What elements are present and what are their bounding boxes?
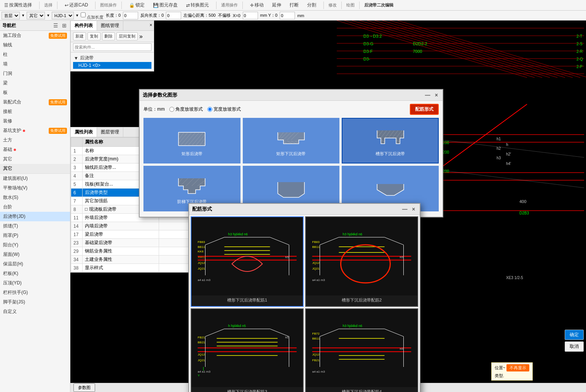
row-num: 4	[71, 172, 83, 180]
sidebar-item-jichu[interactable]: 基础	[0, 145, 70, 154]
param-dialog-minimize[interactable]: —	[424, 92, 432, 98]
rebar-card-3[interactable]: h hjd4kd n5 FB21 BB21 h5 JQ12 JQ21 a4 a1…	[191, 308, 304, 392]
rebar-card-4[interactable]: h3 hjd4kd n6 FB72 BB11 h5 JQ12 FB21 a4 a…	[305, 308, 418, 392]
rebar-svg-3: h hjd4kd n5 FB21 BB21 h5 JQ12 JQ21 a4 a1…	[191, 317, 303, 378]
layer-copy-btn[interactable]: 层间复制	[116, 32, 138, 40]
cancel-btn[interactable]: 取消	[565, 341, 584, 352]
tab-layer-mgmt[interactable]: 图层管理	[97, 127, 123, 137]
shape-card-caoxing[interactable]: 槽形下沉后浇带	[342, 118, 439, 163]
convert-btn[interactable]: ⇄ 转换图元	[183, 1, 212, 10]
rebar-image-3: h hjd4kd n5 FB21 BB21 h5 JQ12 JQ21 a4 a1…	[191, 309, 303, 387]
sidebar-item-qita[interactable]: 其它	[0, 154, 70, 164]
shape-label-juxing: 矩形后浇带	[182, 151, 202, 157]
move-btn[interactable]: ✛ 移动	[247, 1, 266, 10]
more-btn[interactable]: »	[139, 33, 143, 40]
svg-text:h1: h1	[497, 137, 501, 141]
sidebar-item-sanshui[interactable]: 散水(S)	[0, 193, 70, 202]
width-radio[interactable]	[207, 107, 212, 112]
row-num: 3	[71, 163, 83, 172]
select-by-prop-btn[interactable]: ☰ 按属性选择	[2, 1, 35, 10]
lock-btn[interactable]: 🔒 锁定	[126, 1, 147, 10]
component-panel-close[interactable]: ×	[148, 21, 154, 30]
sidebar-item-shigongduan[interactable]: 施工段合 免费试用	[0, 31, 70, 40]
tree-item-hjd1[interactable]: HJD-1 <0>	[73, 62, 151, 69]
sidebar-item-tufang[interactable]: 土方	[0, 135, 70, 145]
sidebar-item-jiezhuang[interactable]: 接桩	[0, 107, 70, 116]
sidebar-item-liang[interactable]: 梁	[0, 78, 70, 88]
center-panel: D3→D3:2 D3-G D3-F D3- D2D2-2 7000 2-T 2-…	[70, 21, 586, 392]
sidebar-item-yangtai[interactable]: 阳台(Y)	[0, 240, 70, 250]
badge-shigong: 免费试用	[49, 33, 67, 39]
angle-radio[interactable]	[169, 107, 174, 112]
rebar-dialog-close[interactable]: ×	[411, 206, 417, 212]
drawing-tray-btn[interactable]: 💾 图元存盘	[150, 1, 180, 10]
length-input[interactable]	[123, 12, 138, 19]
sidebar-item-houdai[interactable]: 后浇带(JD)	[0, 212, 70, 221]
name-select[interactable]: HJD-1	[52, 12, 74, 19]
sidebar-item-mendong[interactable]: 门洞	[0, 69, 70, 78]
delete-btn[interactable]: 删除	[102, 32, 115, 40]
y-input[interactable]	[280, 12, 295, 19]
tab-drawing-mgmt[interactable]: 图纸管理	[97, 21, 123, 30]
sidebar-grid-icon[interactable]: ⊞	[61, 22, 68, 29]
shape-card-juxing-xia[interactable]: 矩形下沉后浇带	[243, 118, 340, 163]
dotadd-checkbox[interactable]	[81, 11, 86, 19]
sidebar-item-baoweng[interactable]: 保温层(H)	[0, 259, 70, 269]
param-diagram-btn[interactable]: 参数图	[73, 383, 95, 392]
search-input[interactable]	[73, 43, 151, 51]
type-select[interactable]: 其它	[27, 12, 45, 19]
sidebar-list-icon[interactable]: ☰	[52, 22, 59, 29]
sidebar-item-zidingyi[interactable]: 自定义	[0, 307, 70, 316]
sidebar-item-qiang[interactable]: 墙	[0, 59, 70, 69]
rebar-card-1[interactable]: h3 hjd4kd n6 FB83 BB11 KK6 XM12 JQ12 JQ2…	[191, 216, 304, 307]
sidebar-item-lanban[interactable]: 栏板(K)	[0, 269, 70, 278]
split-btn[interactable]: 分割	[304, 1, 319, 10]
sidebar-item-zhuxian[interactable]: 轴线	[0, 40, 70, 50]
sidebar-item-wumian[interactable]: 屋面(W)	[0, 250, 70, 259]
shape-card-juxing[interactable]: 矩形后浇带	[143, 118, 240, 163]
sidebar-item-taijie[interactable]: 台阶	[0, 202, 70, 212]
svg-text:BB11: BB11	[198, 245, 205, 249]
tab-component-list[interactable]: 构件列表	[71, 21, 97, 30]
sidebar-item-jikeng[interactable]: 基坑支护 免费试用	[0, 126, 70, 135]
sidebar-item-zhafeng[interactable]: 抓缝(T)	[0, 221, 70, 231]
floor-select[interactable]: 首层	[2, 12, 20, 19]
sidebar-items: 施工段合 免费试用 轴线 柱 墙 门洞 梁 板 装配式合 免费试用 接桩 装修 …	[0, 31, 70, 392]
sidebar-item-zhuangxiu[interactable]: 装修	[0, 116, 70, 126]
svg-text:XM12: XM12	[198, 256, 206, 259]
new-btn[interactable]: 新建	[73, 32, 86, 40]
tree-group-header-houdai[interactable]: ▼ 后浇带	[73, 54, 151, 62]
param-dialog-close[interactable]: ×	[433, 92, 440, 98]
sidebar-item-langgan[interactable]: 栏杆扶手(G)	[0, 288, 70, 297]
svg-text:KK6: KK6	[198, 250, 204, 253]
sidebar-item-zhuangpei[interactable]: 装配式合 免费试用	[0, 97, 70, 107]
no-show-btn[interactable]: 不再显示	[506, 364, 529, 371]
sidebar-item-jianzhu[interactable]: 建筑面积(U)	[0, 174, 70, 183]
row-num: 23	[71, 239, 83, 247]
rebar-card-2[interactable]: h3 hjd4kd n6 FB83 BB11 h5 JQ12 JQ21 a4 a…	[305, 216, 418, 307]
row-name: 内墙后浇带	[83, 222, 159, 230]
sidebar-item-jiaoshujia[interactable]: 脚手架(JS)	[0, 297, 70, 307]
sidebar-item-ban[interactable]: 板	[0, 88, 70, 97]
x-input[interactable]	[243, 12, 258, 19]
confirm-btn[interactable]: 确定	[565, 330, 584, 340]
restore-cad-btn[interactable]: ↩ 还原CAD	[62, 1, 91, 10]
component-tree: ▼ 后浇带 HJD-1 <0>	[71, 52, 154, 71]
reverse-input[interactable]	[166, 12, 181, 19]
copy-btn[interactable]: 复制	[88, 32, 100, 40]
param-dialog-title: 选择参数化图形	[143, 92, 177, 98]
shape-label-caoxing: 槽形下沉后浇带	[376, 151, 405, 157]
sidebar-item-pingzheng[interactable]: 平整场地(V)	[0, 183, 70, 193]
unit-label: 单位：mm	[143, 106, 165, 113]
shape-label-juxing-xia: 矩形下沉后浇带	[276, 151, 306, 157]
svg-text:JQ21: JQ21	[198, 267, 205, 270]
sidebar-item-yading[interactable]: 压顶(YD)	[0, 278, 70, 288]
sidebar-item-zhu[interactable]: 柱	[0, 50, 70, 59]
cut-btn[interactable]: 打断	[287, 1, 301, 10]
tab-property-list[interactable]: 属性列表	[71, 127, 97, 137]
sidebar-item-yuluo[interactable]: 雨罩(P)	[0, 231, 70, 240]
rebar-dialog-minimize[interactable]: —	[401, 206, 409, 212]
rebar-form-btn[interactable]: 配筋形式	[410, 104, 439, 115]
dot-jikeng	[23, 130, 25, 132]
extend-btn[interactable]: 延伸	[269, 1, 284, 10]
